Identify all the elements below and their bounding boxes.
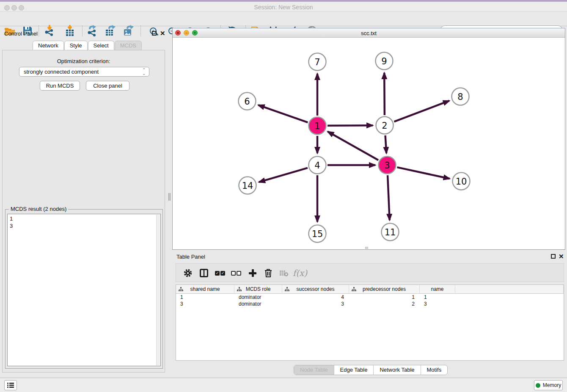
float-panel-icon[interactable] [152,31,157,36]
fx-label: f(x) [293,268,307,278]
window-titlebar[interactable]: Session: New Session [0,2,567,12]
graph-node-label: 7 [314,57,320,67]
column-header-label: predecessor nodes [363,286,406,292]
run-mcds-button[interactable]: Run MCDS [40,81,80,91]
control-panel-header: Control Panel ✕ [0,28,167,39]
hierarchy-icon [179,287,183,293]
table-cell: 3 [420,301,455,307]
table-cell: 1 [176,294,234,301]
graph-edge-2-3[interactable] [385,135,387,153]
column-header-predecessor-nodes[interactable]: predecessor nodes [349,285,420,293]
graph-node-label: 14 [242,181,253,191]
column-header-label: MCDS role [246,286,271,292]
hierarchy-icon [237,287,242,293]
table-cell: dominator [234,294,282,301]
column-header-label: shared name [190,286,220,292]
close-panel-button[interactable]: Close panel [86,81,129,91]
hierarchy-icon [352,287,356,293]
tab-network-table[interactable]: Network Table [374,365,421,375]
network-window-title: scc.txt [173,30,565,36]
control-panel-tabs: NetworkStyleSelectMCDS [33,41,142,50]
graph-node-label: 6 [244,97,250,107]
column-header-successor-nodes[interactable]: successor nodes [282,285,349,293]
unchecked-box-icon [237,271,241,276]
graph-node-label: 9 [381,56,387,66]
tab-edge-table[interactable]: Edge Table [334,365,374,375]
graph-node-label: 15 [312,229,323,239]
graph-edge-2-9[interactable] [384,73,385,115]
delete-table-icon [276,264,292,282]
window-title: Session: New Session [0,4,567,11]
table-cell: dominator [234,301,282,307]
table-cell: 1 [349,294,420,301]
table-panel: Table Panel ✕ ✓✓ f(x) [172,250,567,378]
mcds-result-groupbox: MCDS result (2 nodes) 13 [5,209,163,369]
memory-label: Memory [543,382,561,388]
table-cell: 4 [282,294,349,301]
table-cell: 3 [176,301,234,307]
graph-node-label: 10 [456,177,467,187]
network-canvas[interactable]: 7968124314101511 [173,38,564,249]
table-settings-gear-icon[interactable] [180,264,195,282]
table-cell: 3 [282,301,349,307]
table-toolbar: ✓✓ f(x) [176,263,564,282]
tab-select[interactable]: Select [88,41,114,50]
control-panel-title: Control Panel [4,30,38,37]
tab-style[interactable]: Style [64,41,88,50]
memory-button[interactable]: Memory [534,380,563,390]
graph-edge-2-8[interactable] [394,101,449,122]
checked-box-icon: ✓ [215,271,220,276]
table-tabs: Node TableEdge TableNetwork TableMotifs [294,365,448,375]
result-scrollbar[interactable] [156,215,160,365]
column-header-name[interactable]: name [420,285,455,293]
memory-status-icon [536,383,540,388]
main-toolbar: + − ▢ ✓ [0,12,567,26]
graph-node-label: 1 [314,121,320,131]
deselect-all-icon[interactable] [228,264,244,282]
tab-node-table[interactable]: Node Table [294,365,334,375]
panel-divider-handle[interactable] [168,193,171,201]
graph-edge-4-14[interactable] [259,168,308,182]
table-panel-title: Table Panel [176,254,205,260]
tab-network[interactable]: Network [33,41,64,50]
select-all-icon[interactable]: ✓✓ [212,264,228,282]
graph-edge-1-6[interactable] [258,105,308,122]
criterion-dropdown[interactable]: strongly connected component ⌃⌄ [19,67,149,77]
tab-mcds[interactable]: MCDS [115,41,142,50]
result-line: 1 [8,215,160,222]
node-table: shared nameMCDS rolesuccessor nodesprede… [176,284,564,361]
column-header-mcds-role[interactable]: MCDS role [234,285,282,293]
table-row[interactable]: 3dominator323 [176,301,564,307]
column-header-label: name [431,286,443,292]
graph-edge-3-11[interactable] [388,175,390,220]
tab-motifs[interactable]: Motifs [421,365,448,375]
column-header-shared-name[interactable]: shared name [176,285,234,293]
criterion-value: strongly connected component [24,69,99,75]
graph-edge-3-10[interactable] [397,167,449,179]
network-view-window: ✕ − + scc.txt 7968124314101511 [172,28,565,250]
mcds-result-textarea[interactable]: 13 [7,214,161,366]
delete-row-trash-icon[interactable] [261,264,276,282]
close-table-panel-icon[interactable]: ✕ [559,254,564,259]
graph-node-label: 4 [314,160,320,171]
graph-edge-3-1[interactable] [328,132,378,160]
optimization-criterion-label: Optimization criterion: [0,58,167,64]
table-row[interactable]: 1dominator411 [176,294,564,301]
show-columns-icon[interactable] [196,264,212,282]
function-builder-icon: f(x) [292,264,308,282]
network-window-titlebar[interactable]: ✕ − + scc.txt [173,28,565,38]
task-history-button[interactable] [4,380,17,390]
graph-node-label: 2 [382,121,387,131]
window-resize-grip[interactable] [365,247,368,249]
status-bar: Memory [0,378,567,392]
application-window: Session: New Session + − ▢ ✓ [0,0,567,392]
graph-node-label: 11 [385,227,396,237]
mcds-result-title: MCDS result (2 nodes) [9,206,68,212]
dropdown-stepper-icon: ⌃⌄ [142,68,146,76]
table-cell: 1 [420,294,455,301]
graph-edge-1-2[interactable] [328,125,373,126]
float-table-panel-icon[interactable] [551,254,556,259]
add-row-icon[interactable] [245,264,260,282]
table-header-row: shared nameMCDS rolesuccessor nodesprede… [176,285,564,294]
close-panel-icon[interactable]: ✕ [160,31,165,36]
